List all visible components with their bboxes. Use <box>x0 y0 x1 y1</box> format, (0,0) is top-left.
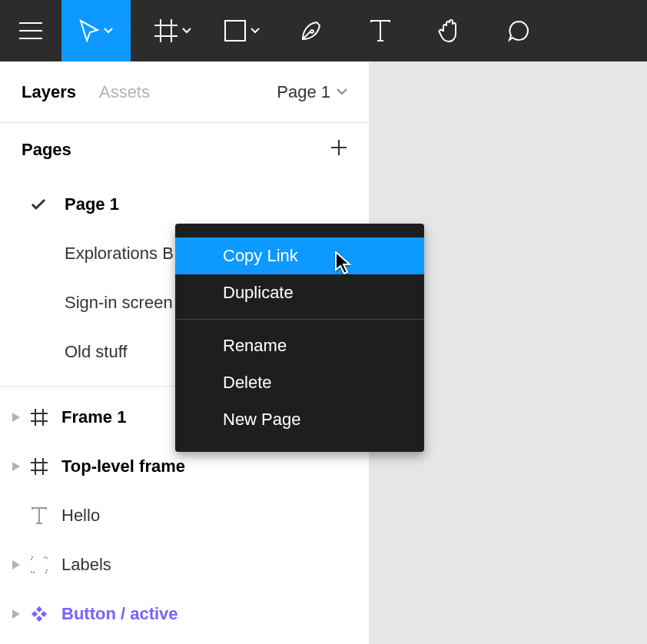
layer-row[interactable]: Button / active <box>0 589 369 639</box>
page-name: Sign-in screen <box>31 293 173 313</box>
frame-icon <box>28 409 51 426</box>
move-tool-button[interactable] <box>61 0 131 61</box>
text-layer-icon <box>28 507 51 524</box>
tab-layers[interactable]: Layers <box>22 82 76 102</box>
hamburger-icon <box>19 22 42 39</box>
disclosure-triangle-icon[interactable] <box>8 462 25 471</box>
layer-name: Top-level frame <box>61 456 185 476</box>
menu-item-new-page[interactable]: New Page <box>175 401 424 438</box>
menu-item-duplicate[interactable]: Duplicate <box>175 274 424 311</box>
comment-tool-button[interactable] <box>484 0 553 61</box>
layer-name: Frame 1 <box>61 407 126 427</box>
disclosure-triangle-icon[interactable] <box>8 560 25 569</box>
move-tool-icon <box>79 19 99 42</box>
menu-item-rename[interactable]: Rename <box>175 327 424 364</box>
layer-name: Button / active <box>61 604 178 624</box>
pages-header-label: Pages <box>22 140 71 160</box>
pages-header: Pages <box>0 123 369 177</box>
frame-tool-button[interactable] <box>138 0 207 61</box>
rectangle-tool-icon <box>224 20 246 41</box>
layer-name: Hello <box>61 506 100 526</box>
chevron-down-icon <box>251 28 260 34</box>
disclosure-triangle-icon[interactable] <box>8 609 25 619</box>
page-switcher-label: Page 1 <box>277 82 330 102</box>
tab-assets[interactable]: Assets <box>99 82 150 102</box>
page-switcher[interactable]: Page 1 <box>277 82 347 102</box>
top-toolbar <box>0 0 647 61</box>
page-name: Explorations B <box>31 244 174 264</box>
add-page-button[interactable] <box>330 139 347 161</box>
svg-rect-0 <box>225 21 245 41</box>
group-icon <box>28 556 51 573</box>
disclosure-triangle-icon[interactable] <box>8 413 25 422</box>
plus-icon <box>330 139 347 156</box>
page-context-menu: Copy Link Duplicate Rename Delete New Pa… <box>175 224 424 452</box>
page-row[interactable]: Page 1 <box>0 180 369 229</box>
chevron-down-icon <box>337 88 347 95</box>
hand-tool-icon <box>438 18 461 43</box>
frame-tool-icon <box>154 19 178 42</box>
layer-name: Labels <box>61 555 111 575</box>
page-name: Old stuff <box>31 342 128 362</box>
main-menu-button[interactable] <box>0 0 61 61</box>
check-icon <box>31 198 60 211</box>
menu-item-delete[interactable]: Delete <box>175 364 424 401</box>
chevron-down-icon <box>104 28 113 34</box>
panel-tabs: Layers Assets Page 1 <box>0 61 369 123</box>
comment-tool-icon <box>507 19 530 42</box>
pen-tool-button[interactable] <box>277 0 346 61</box>
frame-icon <box>28 458 51 475</box>
shape-tool-button[interactable] <box>207 0 277 61</box>
component-icon <box>28 605 51 623</box>
pen-tool-icon <box>300 19 323 42</box>
text-tool-button[interactable] <box>346 0 415 61</box>
layer-row[interactable]: Labels <box>0 540 369 589</box>
page-name: Page 1 <box>60 194 119 214</box>
layer-row[interactable]: Hello <box>0 491 369 540</box>
chevron-down-icon <box>182 28 191 34</box>
menu-separator <box>175 319 424 320</box>
hand-tool-button[interactable] <box>415 0 484 61</box>
text-tool-icon <box>370 19 391 42</box>
menu-item-copy-link[interactable]: Copy Link <box>175 237 424 274</box>
